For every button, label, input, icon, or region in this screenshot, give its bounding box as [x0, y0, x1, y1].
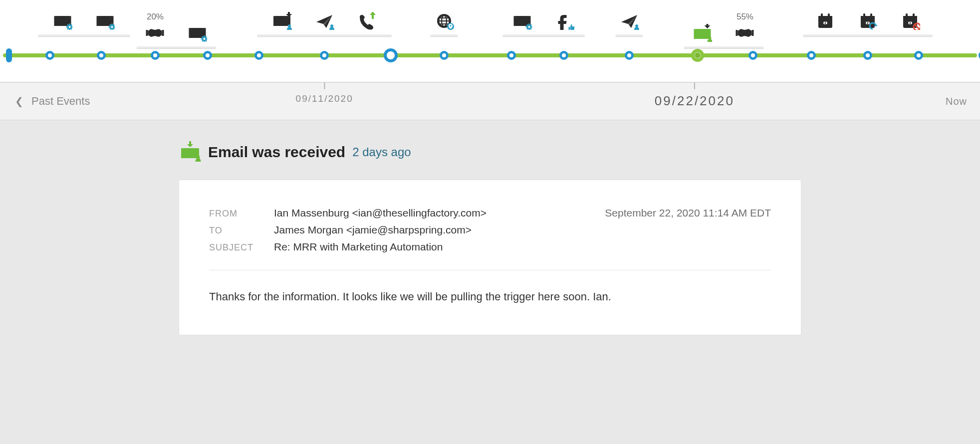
timeline-event-group: 20% [145, 12, 208, 42]
timeline-date-label: 09/22/2020 [655, 83, 735, 120]
timeline-event-group [53, 12, 115, 30]
timeline-event-dot[interactable] [151, 51, 160, 60]
group-underline [136, 47, 216, 49]
group-underline [616, 35, 643, 37]
handshake-55-icon[interactable]: 55% [735, 12, 755, 42]
calendar-cancel-icon[interactable] [900, 12, 920, 30]
date-tick [694, 82, 695, 89]
group-underline [803, 35, 933, 37]
group-underline [257, 35, 392, 37]
timeline-event-group [434, 12, 454, 30]
timeline-event-dot[interactable] [863, 51, 872, 60]
date-text: 09/11/2020 [296, 93, 353, 104]
svg-point-24 [450, 25, 452, 26]
handshake-20-icon[interactable]: 20% [145, 12, 165, 42]
event-time-ago: 2 days ago [352, 145, 411, 159]
timeline-event-group [815, 12, 920, 30]
chevron-left-icon: ❮ [15, 95, 23, 107]
timeline-marker-current[interactable] [691, 49, 704, 62]
email-user-in-icon[interactable] [272, 12, 292, 30]
facebook-like-icon[interactable] [555, 12, 575, 30]
timeline-event-dot[interactable] [625, 51, 634, 60]
timeline-date-label: 09/11/2020 [296, 83, 353, 120]
from-value: Ian Massenburg <ian@thesellingfactory.co… [274, 207, 605, 219]
email-card: FROM Ian Massenburg <ian@thesellingfacto… [179, 180, 801, 335]
email-gear-icon[interactable] [53, 12, 73, 30]
email-meta: FROM Ian Massenburg <ian@thesellingfacto… [209, 207, 771, 270]
timeline-event-dot[interactable] [45, 51, 54, 60]
email-received-green-icon[interactable] [693, 24, 713, 42]
timeline-event-dot[interactable] [748, 51, 757, 60]
timeline-track [0, 49, 980, 61]
timeline-marker-secondary[interactable] [384, 48, 398, 62]
email-timestamp: September 22, 2020 11:14 AM EDT [605, 207, 771, 219]
group-underline [502, 35, 585, 37]
timeline-line [3, 53, 977, 57]
now-label: Now [946, 96, 967, 107]
probability-label: 20% [147, 12, 164, 22]
group-underline [431, 35, 458, 37]
email-gear-icon[interactable] [512, 12, 532, 30]
date-tick [324, 82, 325, 89]
timeline-panel: 20%55% [0, 0, 980, 82]
timeline-icons-row: 20%55% [0, 12, 980, 39]
timeline-event-dot[interactable] [914, 51, 923, 60]
subject-label: SUBJECT [209, 242, 274, 253]
to-value: James Morgan <jamie@sharpspring.com> [274, 224, 771, 236]
past-events-button[interactable]: ❮ Past Events [15, 95, 90, 108]
paper-plane-user-icon[interactable] [314, 12, 334, 30]
timeline-event-dot[interactable] [807, 51, 816, 60]
timeline-event-dot[interactable] [254, 51, 263, 60]
paper-plane-user-icon[interactable] [619, 12, 639, 30]
from-label: FROM [209, 209, 274, 219]
timeline-event-dot[interactable] [97, 51, 106, 60]
event-detail-header: Email was received 2 days ago [179, 140, 801, 164]
date-text: 09/22/2020 [655, 93, 735, 109]
event-title: Email was received [208, 144, 345, 161]
calendar-link-icon[interactable] [815, 12, 835, 30]
timeline-event-dot[interactable] [507, 51, 516, 60]
calendar-refresh-icon[interactable] [858, 12, 878, 30]
timeline-event-group [619, 12, 639, 30]
subject-value: Re: MRR with Marketing Automation [274, 241, 771, 253]
timeline-event-group [512, 12, 575, 30]
timeline-event-dot[interactable] [440, 51, 449, 60]
globe-visit-icon[interactable] [434, 12, 454, 30]
phone-up-icon[interactable] [357, 12, 377, 30]
timeline-start-marker[interactable] [6, 48, 12, 62]
timeline-event-dot[interactable] [559, 51, 568, 60]
to-label: TO [209, 225, 274, 236]
timeline-event-dot[interactable] [203, 51, 212, 60]
event-detail-area: Email was received 2 days ago FROM Ian M… [0, 120, 980, 444]
timeline-event-group: 55% [693, 12, 755, 42]
email-body: Thanks for the information. It looks lik… [209, 288, 771, 305]
timeline-event-dot[interactable] [320, 51, 329, 60]
timeline-event-group [272, 12, 377, 30]
email-received-icon [179, 140, 201, 164]
past-events-label: Past Events [31, 95, 90, 108]
probability-label: 55% [736, 12, 753, 22]
timeline-date-row: ❮ Past Events 09/11/2020 09/22/2020 Now [0, 82, 980, 120]
email-gear-icon[interactable] [188, 24, 208, 42]
email-gear-icon[interactable] [95, 12, 115, 30]
group-underline [38, 35, 130, 37]
